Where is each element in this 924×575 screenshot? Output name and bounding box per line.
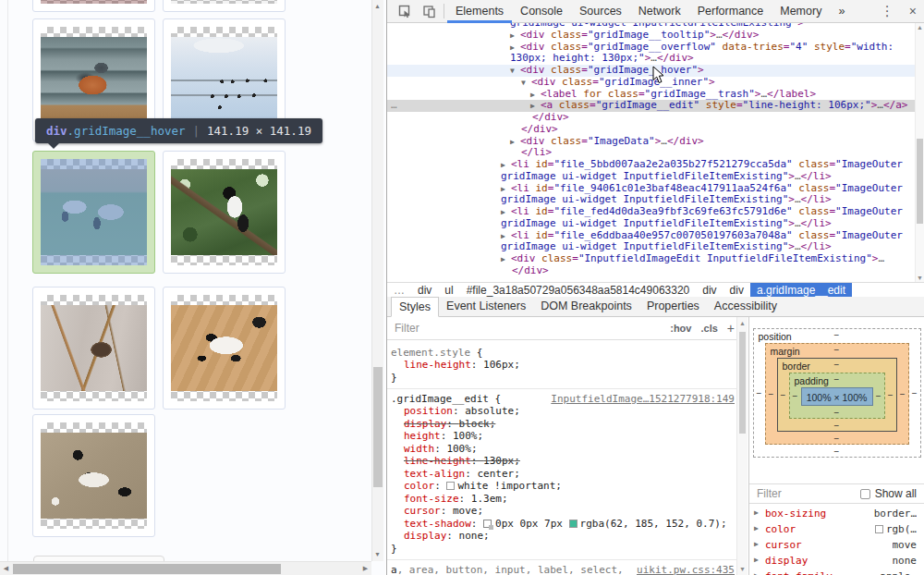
color-swatch-icon[interactable] — [446, 482, 455, 490]
shadow-swatch-icon[interactable] — [483, 520, 492, 528]
scrollbar-thumb[interactable] — [13, 564, 281, 574]
styles-pane: Filter :hov .cls + element.style {line-h… — [387, 317, 748, 575]
breadcrumb-item[interactable]: … — [387, 283, 411, 298]
stylesheet-link[interactable]: uikit.pw.css:435 — [637, 564, 735, 575]
scroll-up-icon[interactable]: ▲ — [372, 2, 383, 11]
tab-accessibility[interactable]: Accessibility — [707, 297, 784, 316]
devtools-menu-icon[interactable]: ⋮ — [873, 3, 902, 19]
css-property[interactable]: font-size: 1.3em; — [391, 493, 735, 506]
tab-sources[interactable]: Sources — [571, 0, 630, 23]
breadcrumb-item[interactable]: div — [411, 283, 438, 298]
box-model-padding[interactable]: padding −−−− 100% × 100% — [789, 373, 885, 419]
tab-performance[interactable]: Performance — [689, 0, 772, 23]
box-model-content[interactable]: 100% × 100% — [801, 387, 873, 406]
toggle-cls-button[interactable]: .cls — [700, 323, 717, 334]
breadcrumb-item[interactable]: a.gridImage__edit — [750, 283, 852, 298]
new-style-rule-button[interactable]: + — [727, 321, 735, 336]
tab-event-listeners[interactable]: Event Listeners — [439, 297, 533, 316]
transparency-checker — [171, 0, 277, 4]
page-vertical-scrollbar[interactable]: ▲ ▼ — [371, 0, 383, 561]
tree-node[interactable]: ▶ <div class="ImageData">…</div> — [387, 136, 915, 148]
box-model-margin[interactable]: margin −−−− border −−−− padding −−−− 100… — [765, 343, 909, 445]
page-horizontal-scrollbar[interactable]: ◀ ▶ — [0, 561, 371, 575]
css-property[interactable]: line-height: 106px; — [391, 359, 735, 372]
tab-elements[interactable]: Elements — [447, 0, 512, 23]
dog-photo[interactable] — [32, 414, 155, 537]
scroll-right-icon[interactable]: ▶ — [360, 564, 371, 573]
page-image-grid: div.gridImage__hover | 141.19 × 141.19 ▲… — [0, 0, 385, 575]
color-swatch-icon[interactable] — [569, 520, 578, 528]
tab-console[interactable]: Console — [512, 0, 571, 23]
cat-photo[interactable] — [163, 287, 286, 410]
tab-properties[interactable]: Properties — [639, 297, 707, 316]
css-property[interactable]: cursor: move; — [391, 505, 735, 518]
css-rule[interactable]: uikit.pw.css:435a, area, button, input, … — [387, 560, 748, 575]
breadcrumb-item[interactable]: ul — [438, 283, 459, 298]
computed-property-row[interactable]: ▶colorrgb(… — [749, 521, 924, 537]
goose-photo[interactable] — [32, 151, 155, 274]
tab-network[interactable]: Network — [630, 0, 689, 23]
close-icon[interactable]: × — [902, 4, 924, 18]
css-property[interactable]: text-shadow: 0px 0px 7px rgba(62, 185, 1… — [391, 518, 735, 531]
computed-property-row[interactable]: ▶font-family-apple… — [749, 569, 924, 575]
breadcrumb-item[interactable]: #file_3a18a50729a056348aa5814c49063320 — [460, 283, 697, 298]
photo-crop-wash — [41, 0, 147, 4]
scroll-down-icon[interactable]: ▼ — [917, 275, 923, 281]
css-property[interactable]: text-align: center; — [391, 468, 735, 481]
tab-styles[interactable]: Styles — [391, 297, 439, 317]
tab-dom-breakpoints[interactable]: DOM Breakpoints — [533, 297, 639, 316]
inspect-element-icon[interactable] — [393, 0, 417, 22]
lemur-photo[interactable] — [163, 151, 286, 274]
computed-filter-input[interactable]: Filter — [757, 487, 782, 500]
scroll-up-icon[interactable]: ▲ — [917, 24, 923, 31]
box-model-border[interactable]: border −−−− padding −−−− 100% × 100% — [777, 358, 897, 432]
expand-arrow-icon[interactable]: ▶ — [754, 508, 759, 517]
css-property[interactable]: display: none; — [391, 530, 735, 543]
css-rules: element.style {line-height: 106px;}Input… — [387, 340, 748, 575]
css-property[interactable]: height: 100%; — [391, 430, 735, 443]
device-toolbar-icon[interactable] — [417, 0, 441, 22]
lemur-photo-image — [171, 169, 277, 255]
computed-property-row[interactable]: ▶cursormove — [749, 537, 924, 553]
stylesheet-link[interactable]: InputfieldImage…1521277918:149 — [551, 393, 735, 405]
butterfly-photo-image — [41, 305, 147, 391]
scrollbar-thumb[interactable] — [739, 332, 746, 434]
computed-property-row[interactable]: ▶displaynone — [749, 553, 924, 569]
styles-scrollbar[interactable]: ▲ ▼ — [736, 317, 748, 575]
tree-node-selected[interactable]: …▶ <a class="gridImage__edit" style="lin… — [387, 100, 915, 112]
image-thumb-cropped-right[interactable] — [163, 0, 286, 12]
styles-filter-input[interactable]: Filter — [395, 322, 419, 335]
css-property[interactable]: position: absolute; — [391, 405, 735, 418]
tooltip-dimensions: 141.19 × 141.19 — [207, 124, 311, 138]
scroll-left-icon[interactable]: ◀ — [1, 564, 11, 573]
expand-arrow-icon[interactable]: ▶ — [754, 540, 759, 548]
css-rule[interactable]: InputfieldImage…1521277918:149.gridImage… — [387, 389, 748, 560]
scroll-up-icon[interactable]: ▲ — [739, 320, 746, 326]
expand-arrow-icon[interactable]: ▶ — [754, 571, 759, 575]
css-property[interactable]: color: white !important; — [391, 480, 735, 493]
scroll-down-icon[interactable]: ▼ — [739, 566, 746, 572]
butterfly-photo[interactable] — [32, 287, 155, 410]
css-property[interactable]: width: 100%; — [391, 443, 735, 456]
show-all-checkbox[interactable] — [860, 489, 870, 499]
toggle-hov-button[interactable]: :hov — [670, 323, 691, 334]
expand-arrow-icon[interactable]: ▶ — [754, 524, 759, 532]
breadcrumb-item[interactable]: div — [696, 283, 723, 298]
scroll-down-icon[interactable]: ▼ — [372, 550, 383, 559]
css-property[interactable]: line-height: 130px; — [391, 455, 735, 468]
mouse-cursor-icon — [652, 66, 664, 88]
scrollbar-thumb[interactable] — [373, 367, 383, 487]
tree-node[interactable]: ▶ <div class="InputfieldImageEdit Inputf… — [387, 253, 915, 265]
tree-node[interactable]: </div> — [387, 112, 915, 124]
elements-scrollbar[interactable]: ▲ ▼ — [915, 23, 924, 282]
scrollbar-thumb[interactable] — [917, 139, 923, 224]
more-tabs-icon[interactable]: » — [830, 0, 853, 23]
expand-arrow-icon[interactable]: ▶ — [754, 556, 759, 564]
tab-memory[interactable]: Memory — [772, 0, 830, 23]
computed-property-row[interactable]: ▶box-sizingborder… — [749, 506, 924, 521]
tree-node[interactable]: </div> — [387, 265, 915, 277]
breadcrumb-item[interactable]: div — [723, 283, 750, 298]
css-rule[interactable]: element.style {line-height: 106px;} — [387, 343, 748, 389]
css-property[interactable]: display: block; — [391, 418, 735, 431]
image-thumb-cropped-left[interactable] — [32, 0, 155, 12]
